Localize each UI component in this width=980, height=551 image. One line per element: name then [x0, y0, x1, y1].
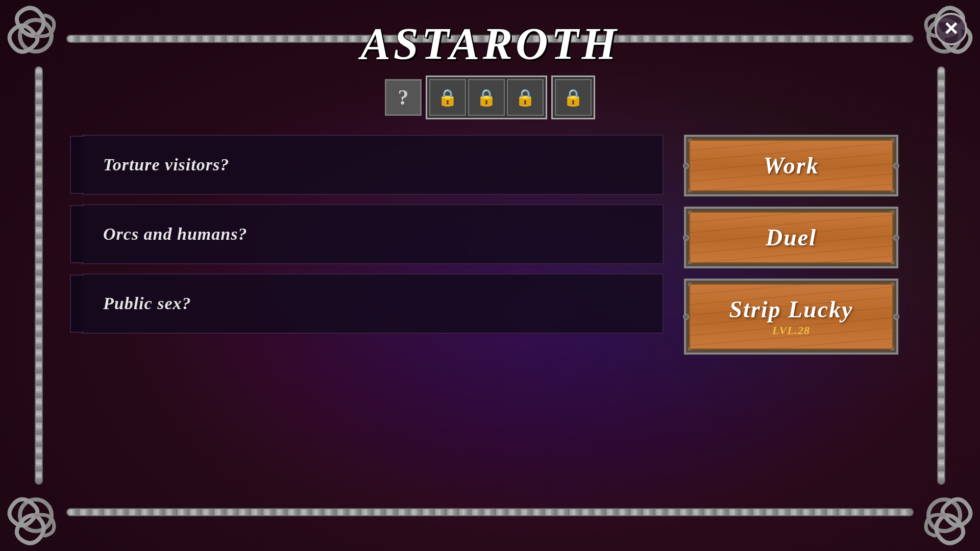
- rivet-left-work: [683, 163, 689, 169]
- slot-lock-3[interactable]: 🔒: [507, 79, 544, 116]
- lock-icon-2: 🔒: [476, 88, 497, 107]
- question-item-3[interactable]: Public sex?: [82, 273, 664, 334]
- close-icon: ✕: [943, 20, 959, 38]
- rivet-right-work: [893, 163, 899, 169]
- slot-group-3: 🔒 🔒 🔒: [426, 76, 547, 119]
- lock-icon-1: 🔒: [437, 88, 458, 107]
- strip-lucky-btn-inner: Strip Lucky LVL.28: [689, 284, 893, 349]
- close-button[interactable]: ✕: [935, 13, 967, 45]
- duel-btn-outer: Duel: [684, 207, 898, 268]
- work-btn-outer: Work: [684, 135, 898, 196]
- question-item-1[interactable]: Torture visitors?: [82, 135, 664, 195]
- duel-button[interactable]: Duel: [684, 207, 898, 268]
- rivet-left-strip: [683, 314, 689, 320]
- lock-icon-3: 🔒: [515, 88, 535, 107]
- work-btn-inner: Work: [689, 140, 893, 191]
- rivet-right-duel: [893, 235, 899, 241]
- duel-btn-inner: Duel: [689, 212, 893, 263]
- slots-area: ? 🔒 🔒 🔒 🔒: [385, 76, 595, 119]
- strip-lucky-button[interactable]: Strip Lucky LVL.28: [684, 279, 898, 355]
- main-container: ASTAROTH ? 🔒 🔒 🔒 🔒 Tortur: [10, 10, 970, 541]
- work-button[interactable]: Work: [684, 135, 898, 196]
- question-text-2: Orcs and humans?: [103, 224, 247, 243]
- strip-lucky-btn-outer: Strip Lucky LVL.28: [684, 279, 898, 355]
- question-mark: ?: [398, 85, 409, 110]
- slot-lock-2[interactable]: 🔒: [468, 79, 505, 116]
- slot-lock-1[interactable]: 🔒: [429, 79, 466, 116]
- lock-icon-4: 🔒: [563, 88, 583, 107]
- duel-btn-label: Duel: [700, 224, 882, 251]
- question-text-3: Public sex?: [103, 294, 191, 313]
- questions-panel: Torture visitors? Orcs and humans? Publi…: [82, 135, 664, 355]
- strip-lucky-btn-sublabel: LVL.28: [700, 324, 882, 337]
- rivet-left-duel: [683, 235, 689, 241]
- rivet-right-strip: [893, 314, 899, 320]
- strip-lucky-btn-label: Strip Lucky: [700, 296, 882, 323]
- question-item-2[interactable]: Orcs and humans?: [82, 204, 664, 264]
- slot-question[interactable]: ?: [385, 79, 422, 116]
- work-btn-label: Work: [700, 152, 882, 179]
- title-area: ASTAROTH: [360, 18, 620, 69]
- actions-panel: Work Duel: [684, 135, 898, 355]
- slot-group-single: 🔒: [551, 76, 595, 119]
- slot-lock-4[interactable]: 🔒: [555, 79, 592, 116]
- page-title: ASTAROTH: [360, 18, 620, 69]
- main-content: Torture visitors? Orcs and humans? Publi…: [82, 135, 898, 355]
- question-text-1: Torture visitors?: [103, 155, 229, 174]
